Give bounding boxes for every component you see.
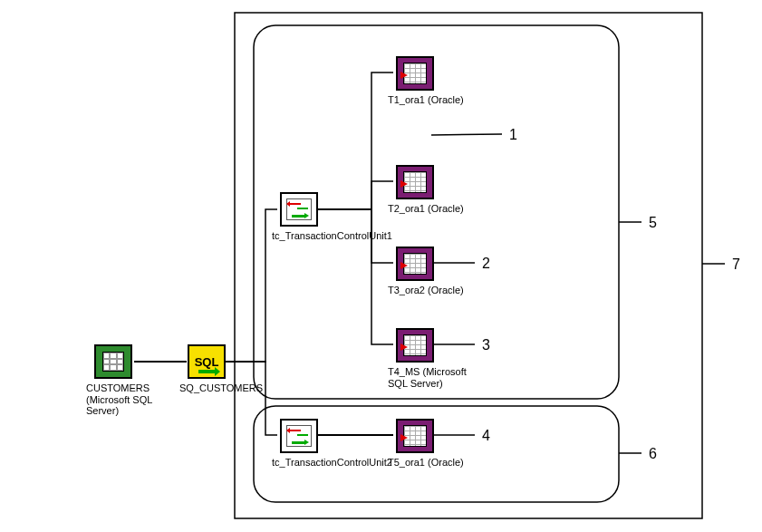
tc2-node[interactable]: tc_TransactionControlUnit2 bbox=[276, 419, 322, 469]
svg-line-7 bbox=[431, 134, 502, 135]
diagram-connectors bbox=[0, 0, 762, 532]
t5-label: T5_ora1 (Oracle) bbox=[388, 457, 469, 469]
callout-1: 1 bbox=[509, 127, 517, 143]
tc1-node[interactable]: tc_TransactionControlUnit1 bbox=[276, 192, 322, 242]
t2-label: T2_ora1 (Oracle) bbox=[388, 203, 469, 215]
target-t5[interactable]: T5_ora1 (Oracle) bbox=[392, 419, 438, 469]
t3-label: T3_ora2 (Oracle) bbox=[388, 285, 469, 296]
callout-5: 5 bbox=[649, 215, 657, 231]
callout-7: 7 bbox=[732, 256, 740, 273]
callout-3: 3 bbox=[482, 337, 490, 353]
target-t1[interactable]: T1_ora1 (Oracle) bbox=[392, 56, 438, 106]
target-icon bbox=[396, 165, 434, 199]
target-t2[interactable]: T2_ora1 (Oracle) bbox=[392, 165, 438, 215]
source-icon bbox=[94, 344, 132, 379]
source-label: CUSTOMERS (Microsoft SQL Server) bbox=[86, 382, 168, 417]
target-icon bbox=[396, 328, 434, 363]
callout-2: 2 bbox=[482, 256, 490, 272]
sql-icon: SQL bbox=[188, 344, 226, 379]
tc-icon bbox=[280, 419, 318, 453]
target-icon bbox=[396, 247, 434, 281]
tc1-label: tc_TransactionControlUnit1 bbox=[272, 230, 353, 242]
callout-4: 4 bbox=[482, 428, 490, 444]
callout-6: 6 bbox=[649, 446, 657, 462]
target-icon bbox=[396, 56, 434, 91]
sq-node[interactable]: SQL SQ_CUSTOMERS bbox=[184, 344, 229, 394]
t1-label: T1_ora1 (Oracle) bbox=[388, 94, 469, 106]
target-t3[interactable]: T3_ora2 (Oracle) bbox=[392, 247, 438, 296]
target-t4[interactable]: T4_MS (Microsoft SQL Server) bbox=[392, 328, 438, 389]
source-node-customers[interactable]: CUSTOMERS (Microsoft SQL Server) bbox=[91, 344, 136, 417]
tc2-label: tc_TransactionControlUnit2 bbox=[272, 457, 353, 469]
t4-label: T4_MS (Microsoft SQL Server) bbox=[388, 366, 469, 389]
tc-icon bbox=[280, 192, 318, 227]
sq-label: SQ_CUSTOMERS bbox=[179, 382, 261, 394]
target-icon bbox=[396, 419, 434, 453]
